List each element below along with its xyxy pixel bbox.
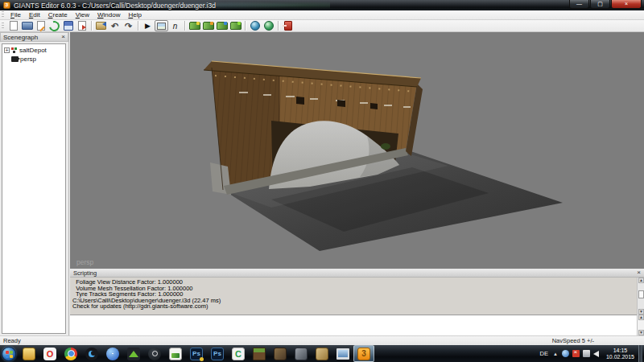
explorer-taskbar-icon[interactable] — [19, 345, 39, 362]
scripting-header[interactable]: Scripting × — [70, 269, 644, 278]
status-bar: Ready NavSpeed 5 +/- — [0, 335, 644, 345]
scroll-up-icon[interactable]: ▲ — [638, 315, 644, 320]
export-icon[interactable] — [75, 20, 89, 31]
steam-icon — [148, 348, 161, 360]
edit-file-icon[interactable] — [34, 20, 47, 31]
menu-edit[interactable]: Edit — [25, 10, 44, 20]
scenegraph-header[interactable]: Scenegraph × — [0, 32, 68, 42]
camtasia-taskbar-icon[interactable]: C — [228, 345, 249, 362]
photoshop-taskbar-icon[interactable]: Ps — [207, 345, 228, 362]
menu-bar: File Edit Create View Window Help — [0, 10, 644, 20]
scroll-down-icon[interactable]: ▼ — [638, 330, 644, 335]
new-file-icon[interactable] — [6, 20, 20, 31]
network-icon[interactable] — [583, 350, 590, 357]
reload-icon[interactable] — [47, 20, 61, 31]
viewport-3d[interactable]: persp — [70, 32, 644, 269]
menu-create[interactable]: Create — [44, 10, 72, 20]
clock-time: 14:15 — [606, 348, 634, 354]
scroll-up-icon[interactable]: ▲ — [638, 278, 644, 283]
tree-item-persp[interactable]: persp — [4, 55, 65, 63]
my-computer-icon — [336, 348, 349, 360]
physics-play-icon[interactable] — [262, 20, 275, 31]
redo-icon[interactable]: ↷ — [122, 20, 135, 31]
scenegraph-title: Scenegraph — [3, 34, 38, 41]
title-bar[interactable]: 3 GIANTS Editor 6.0.3 - C:/Users/Calli/D… — [0, 0, 644, 10]
terrain-detail-icon[interactable] — [229, 20, 242, 31]
menubar-grip[interactable] — [2, 11, 4, 19]
import-icon[interactable] — [94, 20, 108, 31]
scripting-input[interactable] — [70, 315, 637, 335]
scripting-close-icon[interactable]: × — [637, 269, 641, 276]
scripting-scrollbar[interactable]: ▲ ▼ — [637, 278, 644, 315]
game-truck-taskbar-icon[interactable] — [270, 345, 291, 362]
photoshop-icon: Ps — [211, 348, 224, 360]
scripting-output[interactable]: Foliage View Distance Factor: 1.000000 V… — [70, 278, 637, 315]
minecraft-taskbar-icon[interactable] — [249, 345, 270, 362]
language-indicator[interactable]: DE — [540, 350, 548, 357]
clock[interactable]: 14:15 10.02.2015 — [606, 348, 634, 360]
media-player-taskbar-icon[interactable] — [81, 345, 102, 362]
scripting-title: Scripting — [73, 269, 97, 277]
scroll-down-icon[interactable]: ▼ — [638, 309, 644, 315]
camera-icon — [11, 56, 19, 62]
toolbar-separator — [138, 21, 138, 31]
menu-file[interactable]: File — [6, 10, 25, 20]
maximize-button[interactable]: ▢ — [590, 0, 610, 9]
explorer-icon — [23, 348, 35, 360]
updater-icon — [127, 348, 140, 360]
image-viewer-taskbar-icon[interactable] — [165, 345, 186, 362]
game-gold-taskbar-icon[interactable] — [312, 345, 332, 362]
toolbar-grip[interactable] — [2, 23, 4, 30]
action-center-icon[interactable] — [572, 350, 580, 357]
opera-taskbar-icon[interactable]: O — [39, 345, 60, 362]
terrain-foliage-icon[interactable] — [215, 20, 229, 31]
chrome-icon — [64, 348, 77, 360]
scenegraph-close-icon[interactable]: × — [61, 34, 65, 40]
show-desktop-button[interactable] — [638, 345, 642, 362]
game-truck-icon — [274, 348, 287, 360]
scenegraph-tree[interactable]: + saltDepot persp — [2, 43, 66, 334]
status-navspeed: NavSpeed 5 +/- — [552, 337, 594, 344]
tray-expand-icon[interactable]: ▲ — [553, 352, 558, 356]
tree-item-saltdepot[interactable]: + saltDepot — [4, 46, 65, 54]
transform-group-icon — [11, 47, 18, 53]
menu-window[interactable]: Window — [93, 10, 124, 20]
terrain-sculpt-icon[interactable] — [188, 20, 201, 31]
tray-app-icon[interactable] — [562, 350, 569, 357]
downloader-taskbar-icon[interactable] — [102, 345, 123, 362]
scripting-input-scrollbar[interactable]: ▲ ▼ — [637, 315, 644, 335]
steam-taskbar-icon[interactable] — [144, 345, 165, 362]
toolbar-separator — [184, 21, 185, 31]
open-file-icon[interactable] — [20, 20, 34, 31]
chrome-taskbar-icon[interactable] — [60, 345, 81, 362]
expander-icon[interactable]: + — [4, 47, 10, 53]
n-key-icon[interactable]: n — [168, 20, 182, 31]
menu-view[interactable]: View — [72, 10, 93, 20]
undo-icon[interactable]: ↶ — [108, 20, 122, 31]
script-log-line: Check for updates (http://gdn.giants-sof… — [72, 303, 637, 310]
my-computer-taskbar-icon[interactable] — [332, 345, 353, 362]
toolbar-separator — [91, 21, 92, 31]
game-gold-icon — [316, 348, 328, 360]
app-icon: 3 — [3, 2, 10, 9]
exit-icon[interactable] — [281, 20, 295, 31]
game-truck2-taskbar-icon[interactable] — [291, 345, 312, 362]
play-icon[interactable]: ▶ — [141, 20, 155, 31]
photoshop-setup-taskbar-icon[interactable]: Ps — [186, 345, 207, 362]
physics-icon[interactable] — [248, 20, 262, 31]
clock-date: 10.02.2015 — [606, 354, 634, 360]
scroll-thumb[interactable] — [638, 290, 644, 298]
toolbar: ↶↷▶n — [0, 20, 644, 32]
viewport-3d-scene — [70, 32, 644, 269]
terrain-paint-icon[interactable] — [201, 20, 215, 31]
minimize-button[interactable]: — — [569, 0, 589, 9]
save-icon[interactable] — [61, 20, 75, 31]
giants-editor-taskbar-icon[interactable]: 3 — [353, 345, 374, 362]
updater-taskbar-icon[interactable] — [123, 345, 144, 362]
menu-help[interactable]: Help — [124, 10, 145, 20]
camera-view-icon[interactable] — [155, 20, 168, 31]
start-button[interactable] — [2, 347, 16, 361]
photoshop-setup-icon: Ps — [190, 348, 203, 360]
close-button[interactable]: × — [611, 0, 642, 9]
volume-icon[interactable] — [593, 350, 601, 357]
